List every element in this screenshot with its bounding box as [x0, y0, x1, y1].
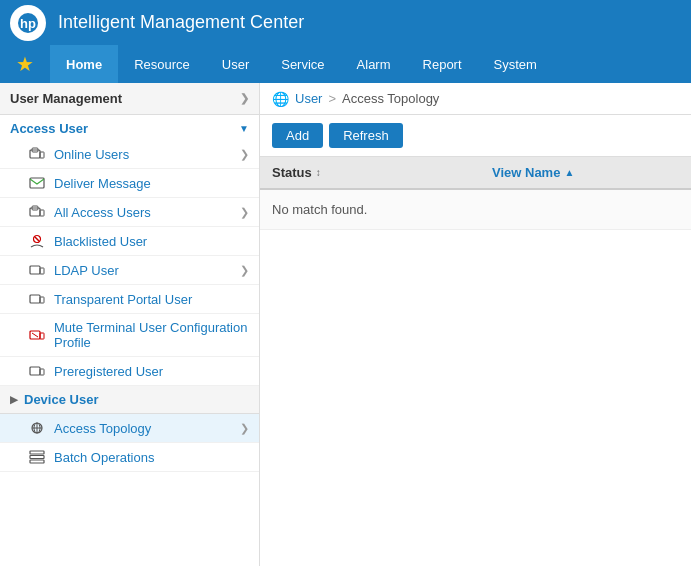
sidebar-item-access-topology[interactable]: Access Topology ❯: [0, 414, 259, 443]
svg-rect-6: [30, 208, 40, 216]
blacklisted-user-icon: [28, 233, 46, 249]
nav-home[interactable]: Home: [50, 45, 118, 83]
nav-service[interactable]: Service: [265, 45, 340, 83]
svg-text:hp: hp: [20, 16, 36, 31]
collapse-icon: ▼: [239, 123, 249, 134]
viewname-column-header[interactable]: View Name ▲: [480, 157, 691, 188]
device-user-header[interactable]: ▶ Device User: [0, 386, 259, 414]
sidebar-item-blacklisted-user[interactable]: Blacklisted User: [0, 227, 259, 256]
nav-report[interactable]: Report: [407, 45, 478, 83]
user-management-label: User Management: [10, 91, 122, 106]
chevron-right-icon: ❯: [240, 206, 249, 219]
nav-resource[interactable]: Resource: [118, 45, 206, 83]
online-users-label: Online Users: [54, 147, 240, 162]
sidebar-item-ldap-user[interactable]: LDAP User ❯: [0, 256, 259, 285]
ldap-user-icon: [28, 262, 46, 278]
access-user-label: Access User: [10, 121, 88, 136]
favorites-star[interactable]: ★: [0, 45, 50, 83]
access-user-group[interactable]: Access User ▼: [0, 115, 259, 140]
chevron-right-icon: ❯: [240, 264, 249, 277]
breadcrumb-user-link[interactable]: User: [295, 91, 322, 106]
access-topology-icon: [28, 420, 46, 436]
app-title: Intelligent Management Center: [58, 12, 304, 33]
sort-icon-viewname: ▲: [564, 167, 574, 178]
sort-icon-status: ↕: [316, 167, 321, 178]
top-header: hp Intelligent Management Center: [0, 0, 691, 45]
sidebar-item-online-users[interactable]: Online Users ❯: [0, 140, 259, 169]
blacklisted-user-label: Blacklisted User: [54, 234, 249, 249]
sidebar-item-mute-terminal[interactable]: Mute Terminal User Configuration Profile: [0, 314, 259, 357]
preregistered-user-icon: [28, 363, 46, 379]
deliver-message-icon: [28, 175, 46, 191]
svg-rect-11: [30, 266, 40, 274]
svg-rect-2: [30, 150, 40, 158]
triangle-icon: ▶: [10, 394, 18, 405]
chevron-down-icon: ❯: [240, 92, 249, 105]
sidebar-item-batch-operations[interactable]: Batch Operations: [0, 443, 259, 472]
sidebar-item-transparent-portal[interactable]: Transparent Portal User: [0, 285, 259, 314]
preregistered-user-label: Preregistered User: [54, 364, 249, 379]
viewname-label: View Name: [492, 165, 560, 180]
user-management-header[interactable]: User Management ❯: [0, 83, 259, 115]
chevron-right-icon: ❯: [240, 148, 249, 161]
results-table: Status ↕ View Name ▲ No match found.: [260, 157, 691, 566]
svg-rect-5: [30, 178, 44, 188]
batch-operations-label: Batch Operations: [54, 450, 249, 465]
nav-alarm[interactable]: Alarm: [341, 45, 407, 83]
svg-rect-18: [30, 367, 40, 375]
sidebar-item-deliver-message[interactable]: Deliver Message: [0, 169, 259, 198]
sidebar-item-all-access-users[interactable]: All Access Users ❯: [0, 198, 259, 227]
status-column-header[interactable]: Status ↕: [260, 157, 480, 188]
mute-terminal-label: Mute Terminal User Configuration Profile: [54, 320, 249, 350]
no-match-message: No match found.: [260, 190, 691, 230]
status-label: Status: [272, 165, 312, 180]
nav-user[interactable]: User: [206, 45, 265, 83]
sidebar-item-preregistered-user[interactable]: Preregistered User: [0, 357, 259, 386]
batch-operations-icon: [28, 449, 46, 465]
svg-rect-13: [30, 295, 40, 303]
content-area: 🌐 User > Access Topology Add Refresh Sta…: [260, 83, 691, 566]
nav-system[interactable]: System: [478, 45, 553, 83]
all-access-users-icon: [28, 204, 46, 220]
nav-bar: ★ Home Resource User Service Alarm Repor…: [0, 45, 691, 83]
svg-rect-25: [30, 456, 44, 459]
access-topology-label: Access Topology: [54, 421, 240, 436]
sidebar: User Management ❯ Access User ▼ Online U…: [0, 83, 260, 566]
add-button[interactable]: Add: [272, 123, 323, 148]
chevron-right-icon: ❯: [240, 422, 249, 435]
toolbar: Add Refresh: [260, 115, 691, 157]
breadcrumb-separator: >: [328, 91, 336, 106]
ldap-user-label: LDAP User: [54, 263, 240, 278]
svg-line-10: [35, 237, 40, 242]
globe-icon: 🌐: [272, 91, 289, 107]
breadcrumb: 🌐 User > Access Topology: [260, 83, 691, 115]
online-users-icon: [28, 146, 46, 162]
deliver-message-label: Deliver Message: [54, 176, 249, 191]
transparent-portal-icon: [28, 291, 46, 307]
svg-line-17: [32, 333, 38, 337]
table-header: Status ↕ View Name ▲: [260, 157, 691, 190]
all-access-users-label: All Access Users: [54, 205, 240, 220]
refresh-button[interactable]: Refresh: [329, 123, 403, 148]
breadcrumb-current: Access Topology: [342, 91, 439, 106]
mute-terminal-icon: [28, 327, 46, 343]
main-layout: User Management ❯ Access User ▼ Online U…: [0, 83, 691, 566]
svg-rect-26: [30, 460, 44, 463]
hp-logo: hp: [10, 5, 46, 41]
svg-rect-24: [30, 451, 44, 454]
device-user-label: Device User: [24, 392, 98, 407]
transparent-portal-label: Transparent Portal User: [54, 292, 249, 307]
